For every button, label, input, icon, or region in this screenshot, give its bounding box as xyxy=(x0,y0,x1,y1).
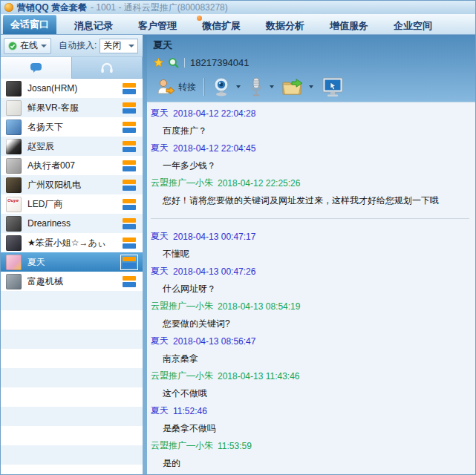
chat-contact-name: 夏天 xyxy=(153,39,475,52)
tab-label: 客户管理 xyxy=(138,20,177,31)
sidebar-controls: 在线 自动接入: 关闭 xyxy=(1,35,143,57)
tab-label: 增值服务 xyxy=(330,20,368,31)
contact-level-icon xyxy=(123,180,136,191)
message-timestamp: 2018-04-12 22:25:26 xyxy=(218,178,300,189)
contact-name: A执行者007 xyxy=(27,160,117,172)
contact-name: ★笨蛋小姐☆→あぃ xyxy=(27,237,117,249)
contact-sidebar: 在线 自动接入: 关闭 xyxy=(1,35,143,474)
avatar xyxy=(6,81,22,96)
online-status-dropdown[interactable]: 在线 xyxy=(4,38,51,54)
contact-row[interactable]: Dreariness xyxy=(1,214,143,233)
toolbar-separator xyxy=(203,78,204,96)
message-timestamp: 2018-04-13 00:47:17 xyxy=(173,232,255,242)
transfer-label: 转接 xyxy=(178,81,196,94)
tab-session-window[interactable]: 会话窗口 xyxy=(3,15,56,34)
message-timestamp: 2018-04-13 11:43:46 xyxy=(218,371,300,381)
message-timestamp: 2018-04-12 22:04:45 xyxy=(173,143,255,154)
contact-level-icon xyxy=(123,141,136,152)
contact-level-icon xyxy=(123,199,136,210)
microphone-icon xyxy=(248,77,264,97)
message-sender: 夏天 xyxy=(151,265,169,278)
message-sender: 云盟推广—小朱 xyxy=(151,300,213,312)
tab-notification-dot xyxy=(197,16,202,21)
chat-header: 夏天 18217394041 xyxy=(147,35,475,102)
auto-accept-dropdown[interactable]: 关闭 xyxy=(100,39,138,53)
file-transfer-icon xyxy=(281,77,304,96)
contact-row[interactable]: 鲜果VR-客服 xyxy=(1,98,143,117)
tab-data-analysis[interactable]: 数据分析 xyxy=(258,17,312,34)
message-sender: 夏天 xyxy=(151,107,169,119)
contact-row[interactable]: Ouye LED厂商 xyxy=(1,194,143,214)
message-timestamp: 11:52:46 xyxy=(173,406,207,416)
message: 云盟推广—小朱 2018-04-13 08:54:19 您要做的关键词? xyxy=(151,298,469,332)
message-text: 是的 xyxy=(151,455,469,473)
tab-value-added[interactable]: 增值服务 xyxy=(322,17,376,34)
auto-accept-value: 关闭 xyxy=(103,39,121,52)
main-tabs: 会话窗口 消息记录 客户管理 微信扩展 数据分析 增值服务 企业空间 xyxy=(1,14,475,35)
tab-wechat-extension[interactable]: 微信扩展 xyxy=(195,17,248,34)
voice-call-button[interactable] xyxy=(245,76,267,99)
online-status-icon xyxy=(8,42,17,50)
message-sender: 云盟推广—小朱 xyxy=(151,439,213,452)
contact-row[interactable]: ★笨蛋小姐☆→あぃ xyxy=(1,233,143,252)
date-divider xyxy=(151,209,469,228)
tab-enterprise-space[interactable]: 企业空间 xyxy=(386,17,440,34)
message: 夏天 2018-04-12 22:04:45 一年多少钱？ xyxy=(151,140,469,174)
sidebar-tab-waiting[interactable] xyxy=(71,57,143,79)
message-sender: 夏天 xyxy=(151,404,169,417)
message-text: 不懂呢 xyxy=(151,246,469,263)
voice-options-chevron-down-icon[interactable] xyxy=(270,85,274,88)
sidebar-tabs xyxy=(1,57,143,79)
chevron-down-icon xyxy=(128,45,134,48)
tab-label: 消息记录 xyxy=(74,20,113,31)
contact-row[interactable]: A执行者007 xyxy=(1,156,143,175)
contact-row[interactable]: 赵翌辰 xyxy=(1,137,143,156)
contact-row[interactable]: Josan(HRM) xyxy=(1,79,143,98)
message-timestamp: 11:53:59 xyxy=(218,441,252,451)
avatar xyxy=(6,177,22,193)
message-text: 是桑拿不做吗 xyxy=(151,420,469,438)
tab-customer-manage[interactable]: 客户管理 xyxy=(131,17,184,34)
message-timestamp: 2018-04-13 08:56:47 xyxy=(173,336,255,347)
message-text: 您好！请将您要做的关键词及网址发过来，这样我才好给您规划一下哦 xyxy=(151,192,469,210)
contact-name: 富趣机械 xyxy=(27,275,117,288)
transfer-button[interactable]: 转接 xyxy=(153,76,199,97)
avatar xyxy=(6,255,22,270)
contact-row[interactable]: 广州双阳机电 xyxy=(1,175,143,194)
star-icon[interactable] xyxy=(153,57,164,68)
message: 夏天 2018-04-12 22:04:28 百度推广？ xyxy=(151,105,469,140)
avatar xyxy=(6,158,22,174)
contact-row-selected[interactable]: 夏天 xyxy=(1,252,143,272)
avatar xyxy=(6,139,22,154)
message-timestamp: 2018-04-12 22:04:28 xyxy=(173,108,255,119)
message: 云盟推广—小朱 2018-04-13 11:43:46 这个不做哦 xyxy=(151,367,469,402)
contact-name: 赵翌辰 xyxy=(27,140,117,153)
qq-logo-icon xyxy=(4,3,13,12)
remote-desktop-button[interactable] xyxy=(318,75,348,99)
message-sender: 云盟推广—小朱 xyxy=(151,370,213,382)
title-bar: 营销QQ 黄金套餐 - 1001 - 通科云盟推广(800083278) xyxy=(1,1,475,14)
contact-name: 鲜果VR-客服 xyxy=(27,102,117,114)
message: 云盟推广—小朱 2018-04-12 22:25:26 您好！请将您要做的关键词… xyxy=(151,174,469,209)
message-timestamp: 2018-04-13 00:47:26 xyxy=(173,266,255,277)
contact-row[interactable]: 名扬天下 xyxy=(1,117,143,137)
contact-list: Josan(HRM) 鲜果VR-客服 xyxy=(1,79,143,474)
tab-message-history[interactable]: 消息记录 xyxy=(67,17,120,34)
app-window: 营销QQ 黄金套餐 - 1001 - 通科云盟推广(800083278) 会话窗… xyxy=(0,0,476,475)
webcam-button[interactable] xyxy=(209,76,234,98)
contact-level-icon xyxy=(123,160,136,171)
message-text: 什么网址呀？ xyxy=(151,281,469,298)
remote-desktop-icon xyxy=(321,76,345,97)
send-file-button[interactable] xyxy=(278,76,307,98)
sidebar-tab-conversations[interactable] xyxy=(1,57,71,79)
chat-toolbar: 转接 xyxy=(153,74,475,99)
webcam-options-chevron-down-icon[interactable] xyxy=(236,85,241,88)
contact-row[interactable]: 富趣机械 xyxy=(1,272,143,291)
avatar xyxy=(6,216,22,232)
message-sender: 夏天 xyxy=(151,230,169,243)
file-options-chevron-down-icon[interactable] xyxy=(309,85,313,88)
chevron-down-icon xyxy=(41,45,47,48)
search-icon[interactable] xyxy=(168,57,179,68)
contact-level-icon xyxy=(123,102,136,114)
app-title: 营销QQ 黄金套餐 xyxy=(17,1,87,14)
